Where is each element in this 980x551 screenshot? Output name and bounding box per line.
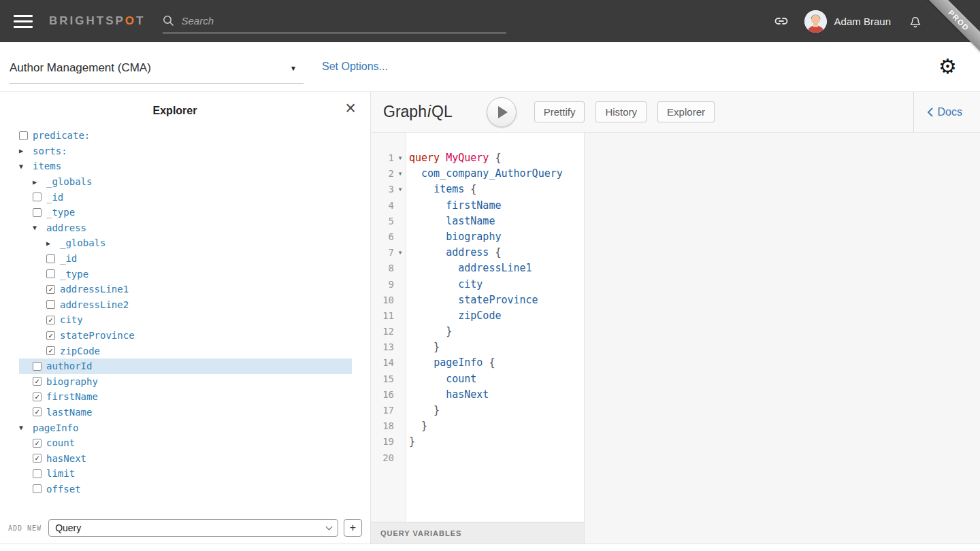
checkbox[interactable]: ✓ bbox=[33, 439, 42, 448]
checkbox[interactable] bbox=[33, 469, 42, 478]
tree-item[interactable]: predicate: bbox=[19, 128, 352, 144]
query-variables-bar[interactable]: QUERY VARIABLES bbox=[371, 522, 584, 544]
tree-item[interactable]: ✓hasNext bbox=[19, 450, 352, 466]
fold-icon[interactable]: ▾ bbox=[394, 245, 406, 261]
operation-type-select[interactable]: Query bbox=[48, 519, 338, 537]
checkbox[interactable] bbox=[33, 193, 42, 201]
tree-item-control bbox=[46, 269, 58, 278]
code-line[interactable]: 17 } bbox=[371, 403, 584, 418]
code-line[interactable]: 16 hasNext bbox=[371, 387, 584, 403]
explorer-toggle-button[interactable]: Explorer bbox=[657, 101, 715, 122]
tree-item-label: limit bbox=[46, 468, 75, 479]
checkbox[interactable] bbox=[33, 362, 42, 371]
code-line[interactable]: 3▾ items { bbox=[371, 182, 584, 197]
code-line[interactable]: 18 } bbox=[371, 418, 584, 434]
tree-item[interactable]: ✓firstName bbox=[19, 389, 352, 405]
tree-item[interactable]: ✓biography bbox=[19, 374, 352, 390]
checkbox[interactable] bbox=[46, 300, 55, 309]
fold-icon[interactable]: ▾ bbox=[394, 182, 406, 197]
code-line[interactable]: 14 pageInfo { bbox=[371, 355, 584, 371]
brightspot-logo[interactable]: BRIGHTSPOT bbox=[49, 14, 145, 28]
notifications-bell-icon[interactable] bbox=[909, 14, 922, 29]
tree-item[interactable]: addressLine2 bbox=[19, 297, 352, 313]
checkbox[interactable]: ✓ bbox=[46, 346, 55, 355]
code-line[interactable]: 9 city bbox=[371, 277, 584, 293]
tree-item[interactable]: ✓count bbox=[19, 435, 352, 451]
user-name[interactable]: Adam Braun bbox=[834, 16, 891, 27]
caret-down-icon[interactable]: ▼ bbox=[19, 424, 23, 431]
add-operation-button[interactable]: + bbox=[344, 519, 362, 537]
checkbox[interactable]: ✓ bbox=[33, 377, 42, 386]
tree-item[interactable]: ✓lastName bbox=[19, 405, 352, 420]
tree-item[interactable]: ▶_globals bbox=[19, 174, 352, 190]
fold-icon[interactable]: ▾ bbox=[394, 166, 406, 182]
checkbox[interactable] bbox=[46, 254, 55, 263]
code-line[interactable]: 2▾ com_company_AuthorQuery bbox=[371, 166, 584, 182]
tree-item[interactable]: ✓stateProvince bbox=[19, 328, 352, 344]
tree-item[interactable]: offset bbox=[19, 482, 352, 497]
tree-item[interactable]: limit bbox=[19, 466, 352, 482]
prettify-button[interactable]: Prettify bbox=[534, 101, 585, 122]
tree-item[interactable]: ▼items bbox=[19, 158, 352, 174]
code-line[interactable]: 20 bbox=[371, 450, 584, 466]
code-line[interactable]: 1▾query MyQuery { bbox=[371, 150, 584, 166]
caret-down-icon[interactable]: ▼ bbox=[33, 224, 37, 231]
docs-toggle[interactable]: Docs bbox=[913, 92, 980, 132]
code-line[interactable]: 19} bbox=[371, 434, 584, 450]
tree-item[interactable]: ▼pageInfo bbox=[19, 420, 352, 435]
tree-item[interactable]: ✓zipCode bbox=[19, 343, 352, 358]
code-line[interactable]: 7▾ address { bbox=[371, 245, 584, 261]
content-type-selector[interactable]: Author Management (CMA) ▼ bbox=[10, 61, 304, 84]
code-line[interactable]: 11 zipCode bbox=[371, 308, 584, 324]
line-number: 11 bbox=[371, 308, 394, 324]
tree-item[interactable]: authorId bbox=[19, 358, 352, 374]
tree-item-label: _id bbox=[46, 192, 63, 203]
link-icon[interactable] bbox=[773, 13, 789, 29]
checkbox[interactable]: ✓ bbox=[46, 285, 55, 294]
menu-icon[interactable] bbox=[14, 12, 33, 31]
tree-item[interactable]: ✓city bbox=[19, 312, 352, 328]
code-line[interactable]: 15 count bbox=[371, 371, 584, 387]
code-line[interactable]: 4 firstName bbox=[371, 198, 584, 214]
checkbox[interactable] bbox=[33, 208, 42, 217]
graphiql-panel: GraphiQL Prettify History Explorer Docs … bbox=[371, 92, 980, 544]
checkbox[interactable]: ✓ bbox=[33, 393, 42, 401]
tree-item[interactable]: _type bbox=[19, 205, 352, 220]
checkbox[interactable]: ✓ bbox=[33, 407, 42, 416]
caret-right-icon[interactable]: ▶ bbox=[19, 147, 23, 154]
caret-down-icon[interactable]: ▼ bbox=[19, 163, 23, 170]
code-line[interactable]: 8 addressLine1 bbox=[371, 261, 584, 276]
history-button[interactable]: History bbox=[595, 101, 647, 122]
checkbox[interactable] bbox=[33, 484, 42, 493]
tree-item[interactable]: _id bbox=[19, 251, 352, 267]
execute-query-button[interactable] bbox=[487, 97, 517, 127]
avatar[interactable] bbox=[804, 10, 827, 33]
settings-gear-icon[interactable]: ⚙ bbox=[938, 56, 957, 77]
fold-icon[interactable]: ▾ bbox=[394, 150, 406, 166]
code-line[interactable]: 10 stateProvince bbox=[371, 293, 584, 308]
tree-item[interactable]: _id bbox=[19, 189, 352, 205]
tree-item[interactable]: ✓addressLine1 bbox=[19, 282, 352, 297]
code-line[interactable]: 13 } bbox=[371, 339, 584, 355]
logo-text: BRIGHTSP bbox=[49, 14, 125, 27]
code-line[interactable]: 5 lastName bbox=[371, 214, 584, 229]
caret-right-icon[interactable]: ▶ bbox=[46, 239, 50, 247]
caret-right-icon[interactable]: ▶ bbox=[33, 178, 37, 186]
code-line[interactable]: 6 biography bbox=[371, 229, 584, 245]
checkbox[interactable] bbox=[46, 269, 55, 278]
tree-item-control: ▶ bbox=[33, 178, 44, 186]
checkbox[interactable]: ✓ bbox=[46, 331, 55, 340]
tree-item[interactable]: _type bbox=[19, 266, 352, 282]
code-line[interactable]: 12 } bbox=[371, 324, 584, 339]
close-icon[interactable]: × bbox=[345, 99, 356, 118]
checkbox[interactable] bbox=[19, 131, 28, 140]
tree-item-label: predicate: bbox=[33, 130, 90, 141]
tree-item[interactable]: ▶_globals bbox=[19, 235, 352, 251]
checkbox[interactable]: ✓ bbox=[33, 454, 42, 463]
query-editor[interactable]: 1▾query MyQuery {2▾ com_company_AuthorQu… bbox=[371, 133, 584, 522]
checkbox[interactable]: ✓ bbox=[46, 316, 55, 324]
search-input[interactable] bbox=[181, 15, 506, 27]
tree-item[interactable]: ▼address bbox=[19, 220, 352, 236]
set-options-link[interactable]: Set Options... bbox=[322, 61, 388, 73]
tree-item[interactable]: ▶sorts: bbox=[19, 144, 352, 159]
